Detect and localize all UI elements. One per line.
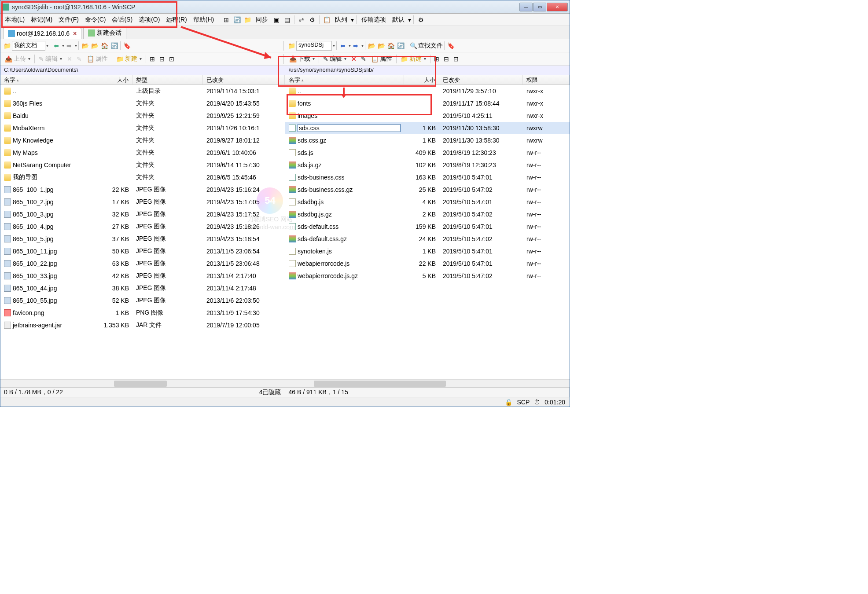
new-left-button[interactable]: 📁 新建 ▾ (114, 54, 144, 64)
table-row[interactable]: sdsdbg.js.gz2 KB2019/5/10 5:47:02rw-r-- (285, 208, 570, 220)
table-row[interactable]: 865_100_11.jpg50 KBJPEG 图像2013/11/5 23:0… (0, 245, 285, 257)
table-row[interactable]: images2019/5/10 4:25:11rwxr-x (285, 110, 570, 122)
table-row[interactable]: 865_100_5.jpg37 KBJPEG 图像2019/4/23 15:18… (0, 233, 285, 245)
close-tab-icon[interactable]: × (73, 30, 77, 37)
table-row[interactable]: ..2019/11/29 3:57:10rwxr-x (285, 85, 570, 97)
menu-queue[interactable]: 队列 (332, 15, 350, 25)
fwd-right-icon[interactable]: ➡ (352, 42, 360, 50)
table-row[interactable]: 865_100_22.jpg63 KBJPEG 图像2013/11/5 23:0… (0, 257, 285, 270)
fwd-left-icon[interactable]: ➡ (65, 42, 73, 50)
refresh-left-icon[interactable]: 🔄 (110, 42, 118, 50)
terminal-icon[interactable]: ▣ (272, 16, 280, 24)
new-session-tab[interactable]: 新建会话 (83, 27, 126, 39)
drive-combo-left[interactable]: 我的文档 (12, 41, 45, 51)
minus-right-icon[interactable]: ⊟ (442, 55, 450, 63)
props-right-button[interactable]: 📋 属性 (368, 54, 395, 64)
table-row[interactable]: sds.js.gz102 KB2019/8/19 12:30:23rw-r-- (285, 159, 570, 171)
compare-icon[interactable]: ⊞ (222, 16, 230, 24)
table-row[interactable]: synotoken.js1 KB2019/5/10 5:47:01rw-r-- (285, 245, 570, 257)
table-row[interactable]: sds.css.gz1 KB2019/11/30 13:58:30rwxrw (285, 134, 570, 147)
root-left-icon[interactable]: 📂 (91, 42, 99, 50)
table-row[interactable]: jetbrains-agent.jar1,353 KBJAR 文件2019/7/… (0, 319, 285, 331)
remote-path[interactable]: /usr/syno/synoman/synoSDSjslib/ (285, 66, 570, 75)
table-row[interactable]: MobaXterm文件夹2019/11/26 10:16:1 (0, 122, 285, 134)
table-row[interactable]: sds-default.css.gz24 KB2019/5/10 5:47:02… (285, 233, 570, 245)
root-right-icon[interactable]: 📂 (377, 42, 385, 50)
settings-icon[interactable]: ⚙ (417, 16, 425, 24)
upload-button[interactable]: 📤 上传 ▾ (2, 54, 33, 64)
table-row[interactable]: fonts2019/11/17 15:08:44rwxr-x (285, 97, 570, 110)
table-row[interactable]: NetSarang Computer文件夹2019/6/14 11:57:30 (0, 159, 285, 171)
plus-left-icon[interactable]: ⊞ (148, 55, 156, 63)
refresh-right-icon[interactable]: 🔄 (397, 42, 405, 50)
queue-icon[interactable]: 📋 (323, 16, 331, 24)
bookmark-right-icon[interactable]: 🔖 (447, 42, 455, 50)
table-row[interactable]: Baidu文件夹2019/9/25 12:21:59 (0, 110, 285, 122)
table-row[interactable]: favicon.png1 KBPNG 图像2013/11/9 17:54:30 (0, 307, 285, 319)
local-path[interactable]: C:\Users\oldwan\Documents\ (0, 66, 285, 75)
table-row[interactable]: 360js Files文件夹2019/4/20 15:43:55 (0, 97, 285, 110)
table-row[interactable]: 865_100_1.jpg22 KBJPEG 图像2019/4/23 15:16… (0, 183, 285, 196)
col-type-left[interactable]: 类型 (132, 75, 203, 84)
invert-left-icon[interactable]: ⊡ (168, 55, 176, 63)
table-row[interactable]: ..上级目录2019/11/14 15:03:1 (0, 85, 285, 97)
plus-right-icon[interactable]: ⊞ (433, 55, 441, 63)
table-row[interactable]: sds-business.css163 KB2019/5/10 5:47:01r… (285, 171, 570, 183)
menu-mark[interactable]: 标记(M) (28, 15, 55, 25)
edit-right-button[interactable]: ✎ 编辑 ▾ (320, 54, 349, 64)
props-left-button[interactable]: 📋 属性 (84, 54, 110, 64)
table-row[interactable]: webapierrorcode.js22 KB2019/5/10 5:47:01… (285, 257, 570, 270)
table-row[interactable]: 865_100_33.jpg42 KBJPEG 图像2013/11/4 2:17… (0, 270, 285, 282)
menu-help[interactable]: 帮助(H) (191, 15, 217, 25)
table-row[interactable]: 1 KB2019/11/30 13:58:30rwxrw (285, 122, 570, 134)
back-right-icon[interactable]: ⬅ (339, 42, 347, 50)
maximize-button[interactable]: ▭ (533, 3, 546, 11)
col-name-left[interactable]: 名字 (0, 75, 97, 84)
session-tab-active[interactable]: root@192.168.10.6 × (3, 28, 81, 39)
delete-left-icon[interactable]: ✕ (66, 55, 74, 63)
table-row[interactable]: webapierrorcode.js.gz5 KB2019/5/10 5:47:… (285, 270, 570, 282)
menu-command[interactable]: 命令(C) (82, 15, 108, 25)
col-size-left[interactable]: 大小 (97, 75, 132, 84)
menu-sync[interactable]: 同步 (253, 15, 271, 25)
invert-right-icon[interactable]: ⊡ (452, 55, 460, 63)
find-files-label[interactable]: 查找文件 (418, 42, 443, 50)
local-hscroll[interactable] (0, 379, 285, 387)
table-row[interactable]: 865_100_55.jpg52 KBJPEG 图像2013/11/6 22:0… (0, 294, 285, 307)
col-changed-left[interactable]: 已改变 (203, 75, 285, 84)
bookmark-left-icon[interactable]: 🔖 (123, 42, 131, 50)
table-row[interactable]: 865_100_44.jpg38 KBJPEG 图像2013/11/4 2:17… (0, 282, 285, 294)
col-changed-right[interactable]: 已改变 (439, 75, 523, 84)
up-right-icon[interactable]: 📂 (368, 42, 375, 50)
sync-folder-icon[interactable]: 📁 (243, 16, 251, 24)
transfer-settings-icon[interactable]: ⚙ (308, 16, 316, 24)
back-left-icon[interactable]: ⬅ (52, 42, 60, 50)
menu-local[interactable]: 本地(L) (2, 15, 27, 25)
download-button[interactable]: 📥 下载 ▾ (287, 54, 317, 64)
minimize-button[interactable]: — (519, 3, 533, 11)
menu-options[interactable]: 选项(O) (136, 15, 162, 25)
rename-right-icon[interactable]: ✎ (360, 55, 368, 63)
local-file-list[interactable]: ..上级目录2019/11/14 15:03:1360js Files文件夹20… (0, 85, 285, 379)
transfer-icon[interactable]: ⇄ (298, 16, 305, 24)
terminal2-icon[interactable]: ▤ (283, 16, 291, 24)
table-row[interactable]: sds-business.css.gz25 KB2019/5/10 5:47:0… (285, 183, 570, 196)
remote-file-list[interactable]: ..2019/11/29 3:57:10rwxr-xfonts2019/11/1… (285, 85, 570, 379)
table-row[interactable]: 865_100_4.jpg27 KBJPEG 图像2019/4/23 15:18… (0, 220, 285, 233)
rename-left-icon[interactable]: ✎ (75, 55, 83, 63)
menu-session[interactable]: 会话(S) (109, 15, 135, 25)
remote-hscroll[interactable] (285, 379, 570, 387)
delete-right-icon[interactable]: ✕ (350, 55, 358, 63)
table-row[interactable]: My Knowledge文件夹2019/9/27 18:01:12 (0, 134, 285, 147)
col-perm-right[interactable]: 权限 (523, 75, 570, 84)
minus-left-icon[interactable]: ⊟ (158, 55, 166, 63)
table-row[interactable]: 我的导图文件夹2019/6/5 15:45:46 (0, 171, 285, 183)
table-row[interactable]: 865_100_3.jpg32 KBJPEG 图像2019/4/23 15:17… (0, 208, 285, 220)
transfer-default[interactable]: 默认 (390, 15, 407, 25)
find-icon[interactable]: 🔍 (409, 42, 417, 50)
table-row[interactable]: sdsdbg.js4 KB2019/5/10 5:47:01rw-r-- (285, 196, 570, 208)
home-right-icon[interactable]: 🏠 (387, 42, 395, 50)
edit-left-button[interactable]: ✎ 编辑 ▾ (36, 54, 65, 64)
menu-remote[interactable]: 远程(R) (163, 15, 189, 25)
col-name-right[interactable]: 名字 (285, 75, 404, 84)
